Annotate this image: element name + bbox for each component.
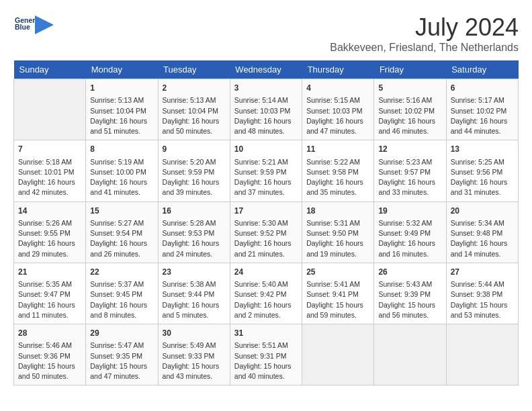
cell-info-line: and 26 minutes. [90, 249, 153, 259]
cell-info-line: and 8 minutes. [90, 310, 153, 320]
cell-info-line: Sunset: 9:47 PM [18, 289, 81, 300]
day-number: 13 [451, 144, 514, 155]
cell-info-line: Sunset: 9:33 PM [163, 351, 226, 361]
cell-info-line: and 14 minutes. [451, 249, 514, 259]
calendar-cell: 26Sunrise: 5:43 AMSunset: 9:39 PMDayligh… [374, 263, 446, 324]
cell-info-line: and 39 minutes. [163, 187, 226, 197]
day-number: 5 [378, 83, 441, 94]
cell-info-line: and 51 minutes. [90, 126, 153, 136]
cell-content: 22Sunrise: 5:37 AMSunset: 9:45 PMDayligh… [90, 267, 153, 320]
cell-info-line: Daylight: 16 hours [18, 300, 81, 310]
cell-info-line: Sunset: 9:38 PM [451, 289, 514, 300]
cell-info-line: Sunrise: 5:15 AM [306, 95, 369, 105]
cell-info-line: and 59 minutes. [306, 310, 369, 320]
cell-info-line: Sunset: 10:00 PM [90, 167, 153, 177]
cell-info-line: and 16 minutes. [378, 249, 441, 259]
cell-content: 2Sunrise: 5:13 AMSunset: 10:04 PMDayligh… [163, 83, 226, 136]
cell-info-line: and 40 minutes. [234, 371, 298, 381]
cell-info-line: Daylight: 16 hours [234, 177, 298, 187]
cell-info-line: and 21 minutes. [234, 249, 298, 259]
cell-content: 31Sunrise: 5:51 AMSunset: 9:31 PMDayligh… [234, 328, 298, 381]
cell-info-line: Daylight: 16 hours [378, 238, 441, 248]
cell-info-line: and 33 minutes. [378, 187, 441, 197]
cell-info-line: Sunrise: 5:51 AM [234, 340, 298, 351]
cell-info-line: Sunrise: 5:22 AM [306, 157, 369, 167]
cell-content: 16Sunrise: 5:28 AMSunset: 9:53 PMDayligh… [163, 205, 226, 259]
calendar-cell: 17Sunrise: 5:30 AMSunset: 9:52 PMDayligh… [230, 201, 302, 263]
cell-info-line: Daylight: 16 hours [306, 238, 369, 248]
cell-info-line: Sunset: 10:03 PM [234, 106, 298, 116]
cell-info-line: Sunset: 9:39 PM [378, 289, 441, 300]
column-header-sunday: Sunday [14, 60, 86, 79]
cell-info-line: Sunset: 9:52 PM [234, 228, 298, 238]
cell-info-line: and 11 minutes. [18, 310, 81, 320]
cell-info-line: Sunset: 9:31 PM [234, 351, 298, 361]
calendar-week-row: 28Sunrise: 5:46 AMSunset: 9:36 PMDayligh… [14, 324, 519, 385]
cell-info-line: Daylight: 15 hours [234, 361, 298, 371]
cell-info-line: Sunset: 10:03 PM [306, 106, 369, 116]
calendar-cell: 16Sunrise: 5:28 AMSunset: 9:53 PMDayligh… [158, 201, 230, 263]
logo: General Blue [13, 13, 54, 36]
cell-content: 17Sunrise: 5:30 AMSunset: 9:52 PMDayligh… [234, 205, 298, 259]
cell-info-line: Daylight: 16 hours [90, 116, 153, 126]
column-header-tuesday: Tuesday [158, 60, 230, 79]
cell-info-line: Sunrise: 5:26 AM [18, 218, 81, 228]
cell-info-line: Sunset: 9:42 PM [234, 289, 298, 300]
calendar-cell: 24Sunrise: 5:40 AMSunset: 9:42 PMDayligh… [230, 263, 302, 324]
cell-info-line: Sunset: 9:59 PM [163, 167, 226, 177]
cell-info-line: Sunrise: 5:41 AM [306, 279, 369, 289]
cell-info-line: Sunset: 10:02 PM [378, 106, 441, 116]
cell-info-line: Sunset: 10:04 PM [90, 106, 153, 116]
cell-info-line: and 5 minutes. [163, 310, 226, 320]
cell-info-line: Sunrise: 5:13 AM [163, 95, 226, 105]
cell-info-line: Daylight: 16 hours [306, 177, 369, 187]
cell-info-line: Daylight: 16 hours [18, 177, 81, 187]
day-number: 19 [378, 205, 441, 217]
svg-marker-2 [35, 15, 54, 34]
logo-arrow-icon [35, 15, 54, 34]
cell-info-line: Sunrise: 5:27 AM [90, 218, 153, 228]
cell-info-line: Sunrise: 5:38 AM [163, 279, 226, 289]
cell-content: 27Sunrise: 5:44 AMSunset: 9:38 PMDayligh… [451, 267, 514, 320]
cell-info-line: and 53 minutes. [451, 310, 514, 320]
cell-info-line: and 35 minutes. [306, 187, 369, 197]
cell-info-line: Sunset: 9:56 PM [451, 167, 514, 177]
calendar-cell: 31Sunrise: 5:51 AMSunset: 9:31 PMDayligh… [230, 324, 302, 385]
cell-info-line: and 41 minutes. [90, 187, 153, 197]
cell-info-line: Daylight: 16 hours [234, 300, 298, 310]
day-number: 8 [90, 144, 153, 155]
cell-info-line: and 47 minutes. [90, 371, 153, 381]
day-number: 2 [163, 83, 226, 94]
cell-info-line: and 47 minutes. [306, 126, 369, 136]
calendar-cell: 5Sunrise: 5:16 AMSunset: 10:02 PMDayligh… [374, 79, 446, 140]
cell-info-line: Sunset: 9:41 PM [306, 289, 369, 300]
column-header-thursday: Thursday [302, 60, 374, 79]
cell-info-line: Daylight: 16 hours [163, 116, 226, 126]
cell-info-line: Sunset: 9:53 PM [163, 228, 226, 238]
cell-info-line: Daylight: 16 hours [163, 238, 226, 248]
day-number: 14 [18, 205, 81, 217]
calendar-cell: 13Sunrise: 5:25 AMSunset: 9:56 PMDayligh… [446, 140, 518, 201]
cell-content: 13Sunrise: 5:25 AMSunset: 9:56 PMDayligh… [451, 144, 514, 197]
cell-info-line: Daylight: 16 hours [306, 116, 369, 126]
day-number: 3 [234, 83, 298, 94]
cell-info-line: Sunset: 9:58 PM [306, 167, 369, 177]
cell-info-line: Sunrise: 5:21 AM [234, 157, 298, 167]
cell-info-line: and 37 minutes. [234, 187, 298, 197]
calendar-cell [14, 79, 86, 140]
cell-info-line: and 43 minutes. [163, 371, 226, 381]
calendar-cell: 4Sunrise: 5:15 AMSunset: 10:03 PMDayligh… [302, 79, 374, 140]
day-number: 23 [163, 267, 226, 278]
cell-info-line: Daylight: 16 hours [90, 238, 153, 248]
cell-info-line: Daylight: 16 hours [18, 238, 81, 248]
day-number: 29 [90, 328, 153, 339]
calendar-cell: 18Sunrise: 5:31 AMSunset: 9:50 PMDayligh… [302, 201, 374, 263]
cell-content: 19Sunrise: 5:32 AMSunset: 9:49 PMDayligh… [378, 205, 441, 259]
cell-content: 15Sunrise: 5:27 AMSunset: 9:54 PMDayligh… [90, 205, 153, 259]
calendar-cell [446, 324, 518, 385]
calendar-cell: 10Sunrise: 5:21 AMSunset: 9:59 PMDayligh… [230, 140, 302, 201]
cell-content: 23Sunrise: 5:38 AMSunset: 9:44 PMDayligh… [163, 267, 226, 320]
cell-content: 25Sunrise: 5:41 AMSunset: 9:41 PMDayligh… [306, 267, 369, 320]
cell-info-line: Sunrise: 5:35 AM [18, 279, 81, 289]
day-number: 26 [378, 267, 441, 278]
